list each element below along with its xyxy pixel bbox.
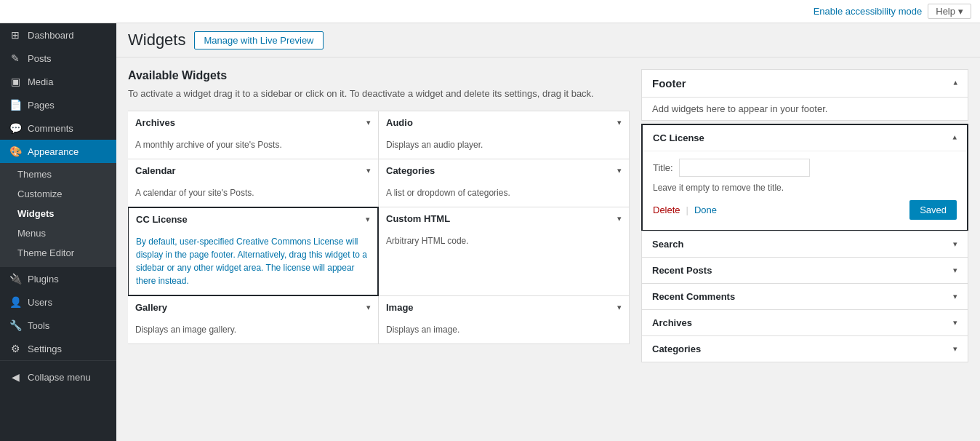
sidebar-item-pages[interactable]: 📄 Pages	[0, 93, 116, 116]
appearance-icon: 🎨	[9, 146, 22, 157]
sidebar-item-comments[interactable]: 💬 Comments	[0, 116, 116, 140]
page-title: Widgets	[128, 31, 185, 49]
archives-chevron-down-icon: ▾	[953, 318, 957, 327]
search-chevron-down-icon: ▾	[953, 239, 957, 249]
footer-widget-recent-posts-header[interactable]: Recent Posts ▾	[642, 258, 968, 283]
categories-chevron-down-icon: ▾	[953, 344, 957, 354]
saved-button[interactable]: Saved	[909, 200, 957, 220]
cc-license-expanded-widget: CC License ▾ Title: Leave it empty to re…	[641, 124, 968, 231]
recent-comments-chevron-down-icon: ▾	[953, 292, 957, 301]
footer-section-header[interactable]: Footer ▾	[641, 69, 968, 98]
widget-audio: Audio ▾ Displays an audio player.	[378, 111, 630, 159]
audio-dropdown-arrow: ▾	[617, 118, 622, 127]
collapse-menu-button[interactable]: ◀ Collapse menu	[0, 365, 116, 389]
sidebar: ⊞ Dashboard ✎ Posts ▣ Media 📄 Pages 💬 Co…	[0, 23, 116, 441]
sidebar-item-posts[interactable]: ✎ Posts	[0, 47, 116, 70]
widget-custom-html: Custom HTML ▾ Arbitrary HTML code.	[378, 207, 630, 296]
sidebar-item-tools[interactable]: 🔧 Tools	[0, 314, 116, 337]
footer-widget-categories-header[interactable]: Categories ▾	[642, 336, 968, 362]
widget-calendar-header[interactable]: Calendar ▾	[128, 159, 378, 182]
action-separator: |	[686, 204, 688, 215]
available-widgets-panel: Available Widgets To activate a widget d…	[128, 69, 630, 429]
footer-widget-archives-header[interactable]: Archives ▾	[642, 310, 968, 335]
widget-cc-license-header[interactable]: CC License ▾	[129, 208, 377, 231]
sidebar-item-dashboard[interactable]: ⊞ Dashboard	[0, 23, 116, 47]
sidebar-item-appearance[interactable]: 🎨 Appearance	[0, 140, 116, 163]
sidebar-item-plugins[interactable]: 🔌 Plugins	[0, 267, 116, 290]
footer-widget-recent-comments: Recent Comments ▾	[641, 283, 968, 310]
widget-cc-license: CC License ▾ By default, user-specified …	[128, 207, 379, 296]
footer-widget-recent-comments-header[interactable]: Recent Comments ▾	[642, 284, 968, 309]
sidebar-item-users[interactable]: 👤 Users	[0, 290, 116, 314]
widget-custom-html-header[interactable]: Custom HTML ▾	[379, 207, 629, 230]
sidebar-item-customize[interactable]: Customize	[0, 184, 116, 204]
footer-description: Add widgets here to appear in your foote…	[641, 98, 968, 121]
gallery-dropdown-arrow: ▾	[366, 303, 371, 312]
widget-image-header[interactable]: Image ▾	[379, 296, 629, 319]
footer-sidebar-panel: Footer ▾ Add widgets here to appear in y…	[641, 69, 968, 429]
settings-icon: ⚙	[9, 343, 22, 354]
title-field-row: Title:	[653, 159, 957, 177]
categories-dropdown-arrow: ▾	[617, 166, 622, 175]
cc-license-expanded-header[interactable]: CC License ▾	[643, 125, 967, 151]
widget-archives-header[interactable]: Archives ▾	[128, 111, 378, 134]
sidebar-item-media[interactable]: ▣ Media	[0, 70, 116, 93]
archives-dropdown-arrow: ▾	[366, 118, 371, 127]
footer-widget-archives: Archives ▾	[641, 309, 968, 336]
main-content: Widgets Manage with Live Preview Availab…	[116, 23, 980, 441]
sidebar-item-settings[interactable]: ⚙ Settings	[0, 337, 116, 360]
footer-widget-categories: Categories ▾	[641, 335, 968, 362]
cc-license-widget-body: Title: Leave it empty to remove the titl…	[643, 151, 967, 230]
widget-actions: Delete | Done Saved	[653, 200, 957, 220]
users-icon: 👤	[9, 296, 22, 308]
widget-audio-header[interactable]: Audio ▾	[379, 111, 629, 134]
calendar-dropdown-arrow: ▾	[366, 166, 371, 175]
help-button[interactable]: Help ▾	[928, 4, 971, 19]
recent-posts-chevron-down-icon: ▾	[953, 266, 957, 275]
plugins-icon: 🔌	[9, 273, 22, 285]
tools-icon: 🔧	[9, 319, 22, 331]
footer-widget-recent-posts: Recent Posts ▾	[641, 257, 968, 284]
widget-categories-avail: Categories ▾ A list or dropdown of categ…	[378, 159, 630, 207]
dashboard-icon: ⊞	[9, 29, 22, 41]
available-widgets-desc: To activate a widget drag it to a sideba…	[128, 87, 630, 101]
image-dropdown-arrow: ▾	[617, 303, 622, 312]
title-input[interactable]	[679, 159, 810, 177]
footer-title: Footer	[652, 77, 686, 90]
content-area: Available Widgets To activate a widget d…	[116, 57, 980, 441]
widget-grid: Archives ▾ A monthly archive of your sit…	[128, 111, 630, 344]
footer-widget-search-header[interactable]: Search ▾	[642, 231, 968, 257]
posts-icon: ✎	[9, 52, 22, 64]
title-field-note: Leave it empty to remove the title.	[653, 183, 957, 193]
collapse-icon: ◀	[9, 371, 22, 383]
comments-icon: 💬	[9, 122, 22, 134]
widget-categories-header[interactable]: Categories ▾	[379, 159, 629, 182]
widget-gallery-header[interactable]: Gallery ▾	[128, 296, 378, 319]
sidebar-footer: ◀ Collapse menu	[0, 360, 116, 393]
chevron-down-icon: ▾	[958, 6, 963, 17]
widget-archives: Archives ▾ A monthly archive of your sit…	[128, 111, 379, 159]
accessibility-link[interactable]: Enable accessibility mode	[814, 6, 923, 17]
done-widget-link[interactable]: Done	[694, 204, 717, 215]
pages-icon: 📄	[9, 99, 22, 111]
media-icon: ▣	[9, 76, 22, 87]
footer-collapse-icon: ▾	[953, 79, 957, 88]
title-label: Title:	[653, 162, 673, 173]
sidebar-item-widgets[interactable]: Widgets	[0, 204, 116, 223]
sidebar-item-themes[interactable]: Themes	[0, 164, 116, 184]
sidebar-item-theme-editor[interactable]: Theme Editor	[0, 243, 116, 263]
cc-license-chevron-up-icon: ▾	[952, 133, 957, 143]
appearance-submenu: Themes Customize Widgets Menus Theme Edi…	[0, 163, 116, 267]
widget-gallery: Gallery ▾ Displays an image gallery.	[128, 295, 379, 344]
custom-html-dropdown-arrow: ▾	[617, 214, 622, 223]
manage-live-preview-button[interactable]: Manage with Live Preview	[194, 31, 323, 49]
widget-image: Image ▾ Displays an image.	[378, 295, 630, 344]
available-widgets-title: Available Widgets	[128, 69, 630, 82]
footer-widget-search: Search ▾	[641, 231, 968, 258]
widget-calendar: Calendar ▾ A calendar of your site's Pos…	[128, 159, 379, 207]
top-bar: Enable accessibility mode Help ▾	[0, 0, 980, 23]
cc-license-widget-name: CC License	[653, 132, 704, 143]
delete-widget-link[interactable]: Delete	[653, 204, 680, 215]
sidebar-item-menus[interactable]: Menus	[0, 223, 116, 243]
page-header: Widgets Manage with Live Preview	[116, 23, 980, 57]
